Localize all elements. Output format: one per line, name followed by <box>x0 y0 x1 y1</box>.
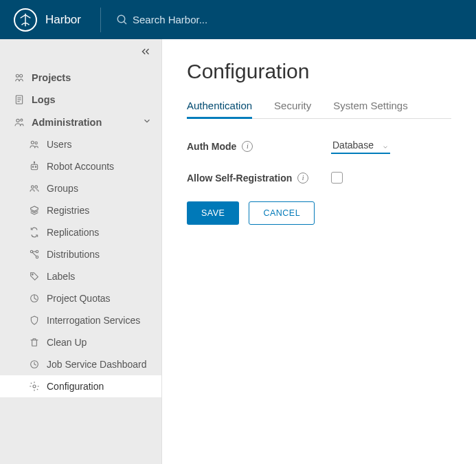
allow-self-registration-checkbox[interactable] <box>331 172 343 184</box>
logs-icon <box>14 94 25 105</box>
sidebar-item-administration[interactable]: Administration <box>0 111 161 133</box>
chevron-down-icon <box>142 116 152 128</box>
sidebar-item-label: Configuration <box>47 381 104 392</box>
brand-block[interactable]: Harbor <box>14 8 81 32</box>
svg-point-24 <box>32 274 33 275</box>
svg-point-10 <box>31 141 34 144</box>
cleanup-icon <box>29 337 40 348</box>
sidebar-item-label: Administration <box>32 117 102 128</box>
configuration-icon <box>29 381 40 392</box>
label-text: Auth Mode <box>187 141 236 152</box>
global-search[interactable]: Search Harbor... <box>116 14 462 26</box>
tab-system-settings[interactable]: System Settings <box>333 96 407 118</box>
sidebar-item-label: Logs <box>32 94 56 105</box>
sidebar-collapse-button[interactable] <box>0 39 161 64</box>
auth-mode-row: Auth Mode i Database <box>187 138 451 154</box>
svg-point-9 <box>21 119 23 121</box>
tab-label: System Settings <box>333 100 407 111</box>
info-icon[interactable]: i <box>242 141 253 152</box>
users-icon <box>29 139 40 150</box>
app-header: Harbor Search Harbor... <box>0 0 476 39</box>
search-icon <box>116 14 128 26</box>
sidebar-item-logs[interactable]: Logs <box>0 89 161 111</box>
sidebar-item-job-service-dashboard[interactable]: Job Service Dashboard <box>0 353 161 375</box>
svg-point-8 <box>16 119 19 122</box>
harbor-logo-icon <box>14 8 37 32</box>
chevron-double-left-icon <box>139 45 152 58</box>
sidebar-item-users[interactable]: Users <box>0 133 161 155</box>
tab-label: Authentication <box>187 100 252 111</box>
auth-mode-select[interactable]: Database <box>331 138 390 154</box>
save-button[interactable]: SAVE <box>187 201 239 225</box>
svg-point-20 <box>36 250 38 252</box>
jobservice-icon <box>29 359 40 370</box>
svg-point-11 <box>35 142 37 144</box>
svg-point-3 <box>20 74 23 77</box>
sidebar-item-label: Project Quotas <box>47 293 111 304</box>
sidebar-item-label: Distributions <box>47 249 100 260</box>
tab-authentication[interactable]: Authentication <box>187 96 252 118</box>
sidebar-item-interrogation-services[interactable]: Interrogation Services <box>0 309 161 331</box>
header-divider <box>100 8 101 32</box>
sidebar-item-groups[interactable]: Groups <box>0 177 161 199</box>
svg-point-17 <box>31 186 34 188</box>
sidebar-item-label: Registries <box>47 205 89 216</box>
replications-icon <box>29 227 40 238</box>
sidebar: Projects Logs Administration Users <box>0 39 162 464</box>
main-content: Configuration Authentication Security Sy… <box>162 39 476 464</box>
form-actions: SAVE CANCEL <box>187 201 451 225</box>
groups-icon <box>29 183 40 194</box>
sidebar-item-label: Clean Up <box>47 337 87 348</box>
svg-point-27 <box>33 385 36 388</box>
nav: Projects Logs Administration Users <box>0 64 161 397</box>
page-title: Configuration <box>187 60 451 83</box>
sidebar-item-robot-accounts[interactable]: Robot Accounts <box>0 155 161 177</box>
tab-security[interactable]: Security <box>274 96 311 118</box>
sidebar-item-project-quotas[interactable]: Project Quotas <box>0 287 161 309</box>
robot-icon <box>29 161 40 172</box>
sidebar-item-label: Users <box>47 139 72 150</box>
sidebar-item-labels[interactable]: Labels <box>0 265 161 287</box>
info-icon[interactable]: i <box>297 173 308 184</box>
svg-point-18 <box>35 186 38 188</box>
svg-point-16 <box>34 162 34 162</box>
search-placeholder: Search Harbor... <box>133 14 207 25</box>
cancel-button[interactable]: CANCEL <box>249 201 315 225</box>
svg-point-14 <box>35 166 36 168</box>
sidebar-item-label: Robot Accounts <box>47 161 114 172</box>
sidebar-item-label: Interrogation Services <box>47 315 140 326</box>
auth-mode-label: Auth Mode i <box>187 141 331 152</box>
svg-line-23 <box>32 252 36 256</box>
allow-self-registration-row: Allow Self-Registration i <box>187 172 451 184</box>
quotas-icon <box>29 293 40 304</box>
projects-icon <box>14 72 25 83</box>
sidebar-item-registries[interactable]: Registries <box>0 199 161 221</box>
svg-point-2 <box>16 74 19 77</box>
brand-name: Harbor <box>45 13 81 27</box>
admin-icon <box>14 117 25 128</box>
sidebar-item-label: Projects <box>32 72 71 83</box>
allow-self-registration-label: Allow Self-Registration i <box>187 173 331 184</box>
sidebar-item-projects[interactable]: Projects <box>0 67 161 89</box>
svg-point-13 <box>32 166 34 168</box>
sidebar-item-configuration[interactable]: Configuration <box>0 375 161 397</box>
svg-line-1 <box>124 21 126 24</box>
sidebar-item-distributions[interactable]: Distributions <box>0 243 161 265</box>
svg-point-0 <box>117 15 125 23</box>
sidebar-item-label: Replications <box>47 227 99 238</box>
label-text: Allow Self-Registration <box>187 173 292 184</box>
sidebar-item-label: Groups <box>47 183 78 194</box>
distributions-icon <box>29 249 40 260</box>
interrogation-icon <box>29 315 40 326</box>
auth-mode-value: Database <box>331 138 390 154</box>
sidebar-item-clean-up[interactable]: Clean Up <box>0 331 161 353</box>
sidebar-item-replications[interactable]: Replications <box>0 221 161 243</box>
registries-icon <box>29 205 40 216</box>
tab-label: Security <box>274 100 311 111</box>
sidebar-item-label: Job Service Dashboard <box>47 359 147 370</box>
sidebar-item-label: Labels <box>47 271 75 282</box>
labels-icon <box>29 271 40 282</box>
config-tabs: Authentication Security System Settings <box>187 96 451 119</box>
